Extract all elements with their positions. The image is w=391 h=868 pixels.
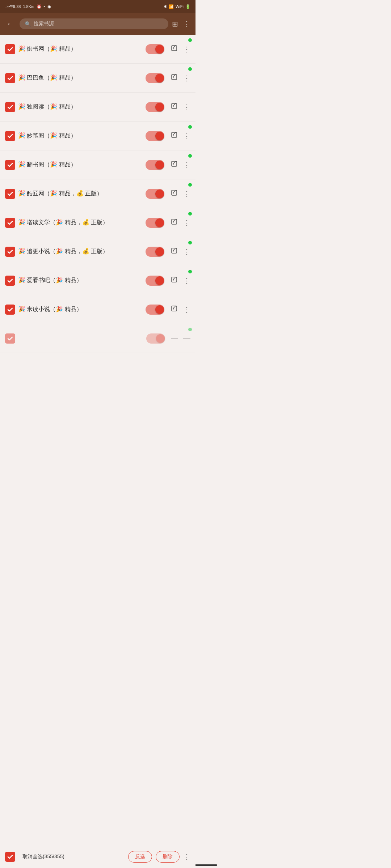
svg-rect-2	[172, 103, 177, 109]
status-bar: 上午9:38 1.8K/s ⏰ ▪ ◉ ✱ 📶 WiFi 🔋	[0, 0, 196, 13]
status-dot	[188, 212, 192, 216]
battery-icon: 🔋	[185, 4, 190, 9]
edit-icon-5[interactable]	[170, 160, 178, 170]
item-toggle-3[interactable]	[146, 102, 164, 112]
svg-rect-7	[172, 248, 177, 253]
list-item: 🎉 追更小说（🎉 精品，💰 正版） ⋮	[0, 237, 196, 266]
top-icons: ⊞ ⋮	[172, 20, 190, 28]
item-toggle-7[interactable]	[146, 218, 164, 228]
status-dot	[188, 270, 192, 273]
item-label-5: 🎉 翻书阁（🎉 精品）	[18, 161, 146, 169]
back-button[interactable]: ←	[5, 18, 16, 30]
item-label	[18, 334, 146, 342]
status-dot	[188, 241, 192, 244]
signal-icon: 📶	[169, 4, 174, 9]
svg-rect-0	[172, 46, 177, 51]
list-item: 🎉 独阅读（🎉 精品） ⋮	[0, 93, 196, 122]
search-icon: 🔍	[25, 21, 31, 27]
item-label-1: 🎉 御书网（🎉 精品）	[18, 45, 146, 53]
top-bar: ← 🔍 搜索书源 ⊞ ⋮	[0, 13, 196, 35]
edit-icon-4[interactable]	[170, 131, 178, 141]
svg-rect-3	[172, 132, 177, 137]
item-checkbox-5[interactable]	[5, 160, 15, 170]
list-item: 🎉 御书网（🎉 精品） ⋮	[0, 35, 196, 64]
item-checkbox-3[interactable]	[5, 102, 15, 112]
status-right: ✱ 📶 WiFi 🔋	[164, 4, 190, 9]
item-checkbox-2[interactable]	[5, 73, 15, 83]
item-more-icon-9[interactable]: ⋮	[183, 276, 190, 285]
item-label-4: 🎉 妙笔阁（🎉 精品）	[18, 132, 146, 140]
status-dot	[188, 125, 192, 129]
item-more-icon[interactable]: —	[183, 334, 190, 342]
svg-rect-9	[172, 306, 177, 311]
search-placeholder: 搜索书源	[34, 21, 54, 27]
bluetooth-icon: ✱	[164, 4, 167, 9]
svg-rect-6	[172, 219, 177, 224]
status-dot	[188, 183, 192, 187]
item-checkbox-1[interactable]	[5, 44, 15, 54]
list-item: 🎉 翻书阁（🎉 精品） ⋮	[0, 150, 196, 179]
time: 上午9:38	[5, 4, 21, 9]
svg-rect-1	[172, 75, 177, 80]
wifi-icon: WiFi	[176, 4, 184, 9]
item-toggle-6[interactable]	[146, 189, 164, 199]
item-label-8: 🎉 追更小说（🎉 精品，💰 正版）	[18, 247, 146, 255]
item-label-3: 🎉 独阅读（🎉 精品）	[18, 103, 146, 111]
item-toggle[interactable]	[146, 333, 165, 344]
svg-rect-5	[172, 190, 177, 195]
edit-icon-3[interactable]	[170, 102, 178, 112]
list-item: 🎉 爱看书吧（🎉 精品） ⋮	[0, 266, 196, 295]
item-more-icon-3[interactable]: ⋮	[183, 103, 190, 111]
app-icon: ◉	[47, 4, 51, 9]
item-toggle-9[interactable]	[146, 276, 164, 286]
status-dot	[188, 328, 192, 331]
source-list: 🎉 御书网（🎉 精品） ⋮ 🎉 巴巴鱼（🎉 精品）	[0, 35, 196, 382]
item-more-icon-4[interactable]: ⋮	[183, 132, 190, 140]
list-item: 🎉 巴巴鱼（🎉 精品） ⋮	[0, 64, 196, 93]
edit-icon-7[interactable]	[170, 218, 178, 227]
alarm-icon: ⏰	[37, 4, 42, 9]
item-label-9: 🎉 爱看书吧（🎉 精品）	[18, 276, 146, 284]
item-checkbox-6[interactable]	[5, 189, 15, 199]
edit-icon-9[interactable]	[170, 276, 178, 285]
item-label-7: 🎉 塔读文学（🎉 精品，💰 正版）	[18, 218, 146, 226]
item-toggle-8[interactable]	[146, 247, 164, 257]
edit-icon-10[interactable]	[170, 305, 178, 314]
qr-icon[interactable]: ⊞	[172, 20, 178, 28]
item-toggle-4[interactable]	[146, 131, 164, 141]
item-toggle-1[interactable]	[146, 44, 164, 54]
search-box[interactable]: 🔍 搜索书源	[20, 18, 168, 29]
item-more-icon-7[interactable]: ⋮	[183, 218, 190, 227]
edit-icon-8[interactable]	[170, 247, 178, 256]
item-checkbox-9[interactable]	[5, 276, 15, 286]
item-checkbox-8[interactable]	[5, 247, 15, 257]
edit-icon-1[interactable]	[170, 44, 178, 54]
more-menu-icon[interactable]: ⋮	[183, 20, 190, 28]
screen-icon: ▪	[44, 4, 45, 9]
item-label-2: 🎉 巴巴鱼（🎉 精品）	[18, 74, 146, 82]
item-checkbox-7[interactable]	[5, 218, 15, 228]
list-item: 🎉 妙笔阁（🎉 精品） ⋮	[0, 122, 196, 150]
item-checkbox-10[interactable]	[5, 305, 15, 315]
svg-rect-4	[172, 161, 177, 166]
item-more-icon-1[interactable]: ⋮	[183, 45, 190, 54]
speed: 1.8K/s	[23, 4, 34, 9]
list-item: 🎉 米读小说（🎉 精品） ⋮	[0, 295, 196, 324]
item-toggle-2[interactable]	[146, 73, 164, 83]
item-checkbox[interactable]	[5, 333, 15, 344]
edit-icon-2[interactable]	[170, 73, 178, 83]
status-dot	[188, 67, 192, 71]
status-dot	[188, 38, 192, 42]
list-item: — —	[0, 324, 196, 353]
item-more-icon-8[interactable]: ⋮	[183, 247, 190, 256]
list-item: 🎉 酷匠网（🎉 精品，💰 正版） ⋮	[0, 179, 196, 208]
item-checkbox-4[interactable]	[5, 131, 15, 141]
item-more-icon-2[interactable]: ⋮	[183, 74, 190, 82]
item-toggle-5[interactable]	[146, 160, 164, 170]
item-more-icon-6[interactable]: ⋮	[183, 190, 190, 198]
item-more-icon-5[interactable]: ⋮	[183, 161, 190, 169]
item-more-icon-10[interactable]: ⋮	[183, 305, 190, 314]
edit-icon[interactable]: —	[171, 334, 178, 342]
item-toggle-10[interactable]	[146, 305, 164, 315]
edit-icon-6[interactable]	[170, 189, 178, 199]
